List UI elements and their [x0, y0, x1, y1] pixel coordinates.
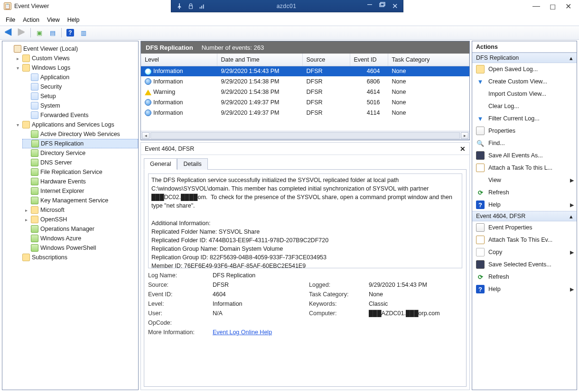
tree-item[interactable]: Active Directory Web Services — [22, 129, 138, 139]
pin-icon[interactable] — [176, 3, 183, 9]
scroll-right-button[interactable]: ▸ — [461, 132, 468, 139]
tree-item[interactable]: File Replication Service — [22, 167, 138, 177]
menu-action[interactable]: Action — [23, 17, 39, 23]
table-row[interactable]: Information 9/29/2020 1:49:37 PM DFSR 41… — [141, 108, 469, 118]
action-item[interactable]: Properties — [472, 125, 577, 137]
tree-root[interactable]: Event Viewer (Local) — [5, 44, 138, 54]
action-refresh[interactable]: ⟳Refresh — [472, 186, 577, 199]
help-icon: ? — [476, 201, 485, 209]
tree-item[interactable]: Windows Azure — [22, 234, 138, 243]
back-button[interactable]: ⯇ — [3, 27, 14, 38]
action-item[interactable]: Attach a Task To this L... — [472, 162, 577, 174]
tree-label: File Replication Service — [40, 169, 103, 175]
tree-item[interactable]: Application — [22, 73, 138, 82]
tree-label: Directory Service — [40, 150, 85, 156]
events-table[interactable]: LevelDate and TimeSourceEvent IDTask Cat… — [141, 54, 469, 118]
action-item[interactable]: Copy▶ — [472, 246, 577, 258]
tree-item[interactable]: Key Management Service — [22, 196, 138, 205]
log-icon — [31, 130, 38, 138]
rd-close-button[interactable]: ✕ — [392, 2, 398, 10]
action-view[interactable]: View▶ — [472, 174, 577, 186]
column-header[interactable]: Level — [141, 54, 217, 66]
rd-restore-button[interactable] — [379, 2, 385, 10]
detail-close-button[interactable]: ✕ — [460, 145, 466, 153]
action-item[interactable]: Save All Events As... — [472, 149, 577, 162]
tree-custom-views[interactable]: ▸Custom Views — [14, 54, 138, 63]
tab-details[interactable]: Details — [177, 158, 207, 170]
table-row[interactable]: Information 9/29/2020 1:49:37 PM DFSR 50… — [141, 97, 469, 108]
window-title: Event Viewer — [14, 3, 49, 9]
tree-item[interactable]: ▸OpenSSH — [22, 215, 138, 224]
tree-label: Security — [40, 83, 62, 90]
horizontal-scrollbar[interactable]: ◂ ▸ — [141, 131, 469, 139]
actions-section-dfs[interactable]: DFS Replication ▴ — [472, 53, 577, 63]
menu-file[interactable]: File — [6, 17, 15, 23]
tree-item[interactable]: Forwarded Events — [22, 110, 138, 120]
tree-app-services-logs[interactable]: ▾Applications and Services Logs — [14, 120, 138, 129]
value-computer: ███AZDC01.███orp.com — [369, 310, 462, 317]
log-icon — [31, 102, 38, 109]
column-header[interactable]: Date and Time — [217, 54, 302, 66]
refresh-tb-button[interactable]: ▥ — [78, 27, 89, 38]
tree-item[interactable]: Windows PowerShell — [22, 243, 138, 253]
tab-general[interactable]: General — [144, 158, 177, 170]
tree-subscriptions[interactable]: Subscriptions — [14, 253, 138, 262]
properties-button[interactable]: ▤ — [47, 27, 58, 38]
minimize-button[interactable]: — — [532, 2, 540, 11]
tree-item[interactable]: Directory Service — [22, 148, 138, 158]
action-icon — [476, 223, 485, 232]
menu-help[interactable]: Help — [67, 17, 80, 23]
tree-item[interactable]: Setup — [22, 91, 138, 101]
action-item[interactable]: 🔍Find... — [472, 137, 577, 149]
event-log-online-help-link[interactable]: Event Log Online Help — [213, 329, 272, 336]
tree-item[interactable]: Operations Manager — [22, 224, 138, 234]
action-item[interactable]: Clear Log... — [472, 100, 577, 112]
value-level: Information — [213, 301, 306, 307]
column-header[interactable]: Task Category — [388, 54, 469, 66]
scroll-track[interactable] — [150, 132, 460, 139]
action-item[interactable]: ▼Create Custom View... — [472, 75, 577, 88]
table-row[interactable]: Warning 9/29/2020 1:54:38 PM DFSR 4614 N… — [141, 87, 469, 97]
tree-item[interactable]: DFS Replication — [22, 139, 138, 148]
menu-view[interactable]: View — [47, 17, 60, 23]
tree-item[interactable]: Internet Explorer — [22, 186, 138, 196]
action-item[interactable]: Event Properties — [472, 221, 577, 234]
action-refresh-2[interactable]: ⟳Refresh — [472, 271, 577, 283]
table-row[interactable]: Information 9/29/2020 1:54:43 PM DFSR 46… — [141, 66, 469, 76]
log-icon — [31, 178, 38, 185]
table-row[interactable]: Information 9/29/2020 1:54:38 PM DFSR 68… — [141, 76, 469, 87]
tree-item[interactable]: System — [22, 101, 138, 110]
action-item[interactable]: Attach Task To This Ev... — [472, 234, 577, 246]
label-event-id: Event ID: — [148, 291, 210, 298]
tree-item[interactable]: Hardware Events — [22, 177, 138, 186]
rd-minimize-button[interactable]: – — [367, 2, 372, 10]
tree-label: Internet Explorer — [40, 188, 84, 194]
show-hide-tree-button[interactable]: ▣ — [34, 27, 45, 38]
tree-item[interactable]: Security — [22, 82, 138, 91]
action-item[interactable]: ▼Filter Current Log... — [472, 112, 577, 125]
actions-section-event[interactable]: Event 4604, DFSR ▴ — [472, 211, 577, 221]
event-message[interactable]: The DFS Replication service successfully… — [148, 173, 462, 268]
forward-button[interactable]: ⯈ — [16, 27, 28, 38]
help-button[interactable]: ? — [65, 27, 76, 38]
maximize-button[interactable]: ◻ — [550, 2, 556, 11]
tree-item[interactable]: DNS Server — [22, 158, 138, 167]
action-help-2[interactable]: ?Help▶ — [472, 283, 577, 295]
action-label: Properties — [488, 128, 515, 134]
label-source: Source: — [148, 282, 210, 288]
tree-label: Windows Logs — [32, 64, 70, 71]
submenu-arrow-icon: ▶ — [570, 202, 574, 208]
close-button[interactable]: ✕ — [565, 2, 571, 11]
tree-item[interactable]: ▸Microsoft — [22, 205, 138, 215]
scroll-left-button[interactable]: ◂ — [142, 132, 149, 139]
action-item[interactable]: Save Selected Events... — [472, 258, 577, 271]
action-help[interactable]: ?Help▶ — [472, 199, 577, 211]
action-label: Save Selected Events... — [488, 261, 551, 268]
action-item[interactable]: Open Saved Log... — [472, 63, 577, 75]
tree-label: Windows Azure — [40, 235, 81, 242]
navigation-tree[interactable]: Event Viewer (Local) ▸Custom Views ▾Wind… — [2, 41, 139, 390]
column-header[interactable]: Source — [302, 54, 350, 66]
action-item[interactable]: Import Custom View... — [472, 88, 577, 100]
tree-windows-logs[interactable]: ▾Windows Logs — [14, 63, 138, 73]
column-header[interactable]: Event ID — [350, 54, 388, 66]
